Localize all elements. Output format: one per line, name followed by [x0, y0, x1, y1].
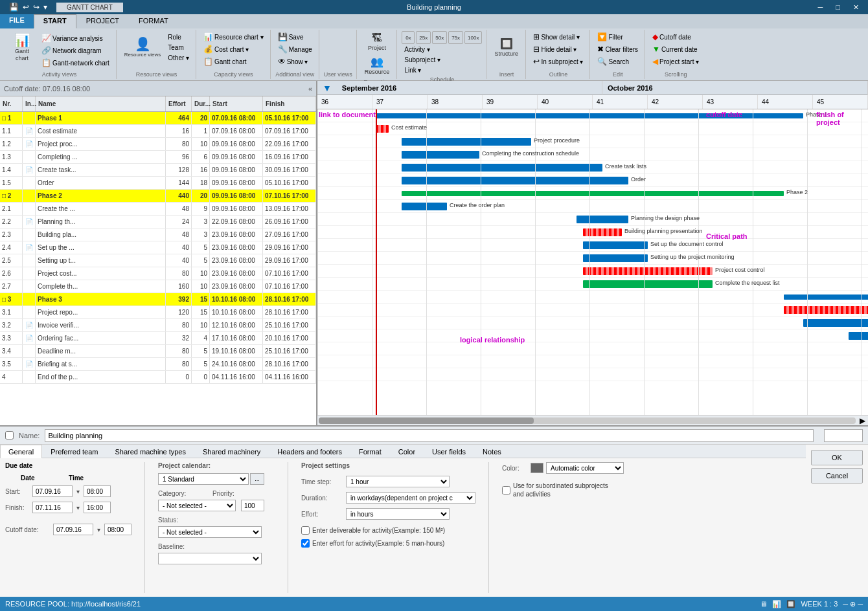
gantt-scrollbar[interactable]: ▶: [317, 415, 868, 425]
gantt-bar[interactable]: [583, 228, 622, 236]
redo-qa-btn[interactable]: ↪: [32, 2, 41, 12]
table-row[interactable]: 1.2 📄 Project proc... 80 10 09.09.16 08:…: [0, 138, 316, 151]
table-row[interactable]: 3.2 📄 Invoice verifi... 80 10 12.10.16 0…: [0, 319, 316, 332]
other-btn[interactable]: Other ▾: [165, 53, 192, 63]
collapse-btn[interactable]: «: [308, 85, 312, 93]
baseline-select[interactable]: [158, 553, 262, 564]
current-date-btn[interactable]: ▼ Current date: [650, 43, 700, 55]
network-diagram-btn[interactable]: 🔗 Network diagram: [39, 45, 112, 56]
pct-100-btn[interactable]: 100x: [464, 31, 482, 44]
activity-btn[interactable]: Activity ▾: [402, 45, 432, 54]
table-row[interactable]: □ 2 Phase 2 440 20 09.09.16 08:00 07.10.…: [0, 190, 316, 203]
gantt-bar[interactable]: [784, 306, 868, 314]
table-row[interactable]: 2.3 Building pla... 48 3 23.09.16 08:00 …: [0, 228, 316, 241]
deliverable-checkbox[interactable]: [301, 526, 310, 535]
gantt-bar[interactable]: [402, 191, 784, 196]
in-subproject-btn[interactable]: ↩ In subproject ▾: [531, 56, 586, 67]
tab-notes[interactable]: Notes: [474, 445, 510, 458]
gantt-bar[interactable]: [402, 177, 628, 184]
dropdown-qa-btn[interactable]: ▾: [42, 2, 49, 12]
tab-start[interactable]: START: [34, 14, 76, 28]
pct-0-btn[interactable]: 0x: [402, 31, 415, 44]
show-detail-btn[interactable]: ⊞ Show detail ▾: [531, 31, 582, 43]
clear-filters-btn[interactable]: ✖ Clear filters: [595, 43, 641, 55]
cutoff-time-input[interactable]: [104, 524, 131, 535]
tab-preferred-team[interactable]: Preferred team: [42, 445, 106, 458]
show-btn[interactable]: 👁 Show ▾: [275, 56, 311, 67]
gantt-bar[interactable]: [376, 125, 389, 133]
resource-chart-btn[interactable]: 📊 Resource chart ▾: [201, 31, 266, 43]
color-select[interactable]: Automatic color: [546, 462, 624, 474]
gantt-bar[interactable]: [583, 241, 648, 249]
pct-50-btn[interactable]: 50x: [432, 31, 447, 44]
tab-headers-and-footers[interactable]: Headers and footers: [269, 445, 350, 458]
table-row[interactable]: 4 End of the p... 0 0 04.11.16 16:00 04.…: [0, 371, 316, 384]
resource-btn[interactable]: 👥 Resource: [361, 55, 393, 78]
gantt-bar[interactable]: [402, 138, 531, 146]
priority-input[interactable]: [241, 500, 264, 511]
tab-file[interactable]: FILE: [0, 14, 34, 28]
table-row[interactable]: 3.5 📄 Briefing at s... 80 5 24.10.16 08:…: [0, 358, 316, 371]
manage-btn[interactable]: 🔧 Manage: [275, 43, 315, 55]
cap-gantt-btn[interactable]: 📋 Gantt chart: [201, 56, 249, 67]
start-date-input[interactable]: [32, 485, 73, 497]
table-row[interactable]: 1.1 📄 Cost estimate 16 1 07.09.16 08:00 …: [0, 125, 316, 138]
search-btn[interactable]: 🔍 Search: [595, 56, 632, 67]
table-row[interactable]: 3.1 Project repo... 120 15 10.10.16 08:0…: [0, 306, 316, 319]
gantt-bar[interactable]: [803, 319, 868, 327]
project-name-input[interactable]: [45, 429, 814, 442]
gantt-bar[interactable]: [583, 267, 713, 275]
table-row[interactable]: 1.3 Completing ... 96 6 09.09.16 08:00 1…: [0, 151, 316, 164]
cutoff-date-input[interactable]: [53, 524, 93, 535]
save-qa-btn[interactable]: 💾: [8, 2, 20, 12]
tab-shared-machinery[interactable]: Shared machinery: [194, 445, 269, 458]
table-row[interactable]: 2.2 📄 Planning th... 24 3 22.09.16 08:00…: [0, 216, 316, 228]
tab-general[interactable]: General: [0, 445, 42, 458]
gantt-bar[interactable]: [402, 203, 447, 210]
link-btn[interactable]: Link ▾: [402, 65, 424, 75]
table-row[interactable]: 1.5 Order 144 18 09.09.16 08:00 05.10.16…: [0, 177, 316, 190]
category-select[interactable]: - Not selected -: [158, 500, 236, 511]
table-row[interactable]: 3.3 📄 Ordering fac... 32 4 17.10.16 08:0…: [0, 332, 316, 345]
subproject-btn[interactable]: Subproject ▾: [402, 55, 443, 65]
scroll-right[interactable]: ▶: [857, 416, 868, 425]
calendar-select[interactable]: 1 Standard: [158, 473, 249, 485]
hide-detail-btn[interactable]: ⊟ Hide detail ▾: [531, 43, 579, 55]
table-row[interactable]: □ 1 Phase 1 464 20 07.09.16 08:00 05.10.…: [0, 112, 316, 125]
gantt-bar[interactable]: [849, 332, 868, 340]
start-time-input[interactable]: [84, 485, 111, 497]
finish-date-input[interactable]: [32, 502, 73, 513]
variance-analysis-btn[interactable]: 📈 Variance analysis: [39, 32, 112, 44]
zoom-controls[interactable]: ─ ⊕ ─: [843, 600, 863, 608]
gantt-bar[interactable]: [402, 164, 602, 172]
gantt-bar[interactable]: [577, 216, 628, 223]
tab-user-fields[interactable]: User fields: [424, 445, 474, 458]
project-checkbox[interactable]: [5, 431, 14, 439]
gantt-bar[interactable]: [784, 294, 868, 300]
tab-format[interactable]: FORMAT: [129, 14, 178, 28]
subordinate-checkbox[interactable]: [502, 486, 510, 494]
project-btn[interactable]: 🏗 Project: [363, 31, 391, 54]
tab-format[interactable]: Format: [350, 445, 390, 458]
cost-chart-btn[interactable]: 💰 Cost chart ▾: [201, 43, 251, 55]
duration-select[interactable]: in workdays(dependent on project c: [346, 492, 475, 504]
gantt-bar[interactable]: [583, 254, 648, 262]
table-row[interactable]: 2.5 Setting up t... 40 5 23.09.16 08:00 …: [0, 254, 316, 267]
gantt-chart-tab[interactable]: GANTT CHART: [56, 3, 124, 12]
project-start-btn[interactable]: ◀ Project start ▾: [650, 56, 702, 67]
scroll-thumb[interactable]: [319, 417, 534, 424]
finish-time-input[interactable]: [84, 502, 111, 513]
team-btn[interactable]: Team: [165, 43, 192, 52]
effort-checkbox[interactable]: [301, 539, 310, 548]
cutoff-date-btn[interactable]: ◆ Cutoff date: [650, 31, 694, 43]
employee-btn[interactable]: 👤 Resource views: [121, 31, 164, 65]
tab-shared-machine-types[interactable]: Shared machine types: [107, 445, 194, 458]
pct-25-btn[interactable]: 25x: [416, 31, 431, 44]
minimize-btn[interactable]: ─: [814, 3, 827, 12]
gantt-bar[interactable]: [583, 280, 713, 288]
table-row[interactable]: □ 3 Phase 3 392 15 10.10.16 08:00 28.10.…: [0, 293, 316, 306]
code-input[interactable]: [824, 429, 863, 442]
gantt-bar[interactable]: [402, 151, 479, 159]
cancel-button[interactable]: Cancel: [811, 468, 863, 483]
table-row[interactable]: 2.7 Complete th... 160 10 23.09.16 08:00…: [0, 280, 316, 293]
